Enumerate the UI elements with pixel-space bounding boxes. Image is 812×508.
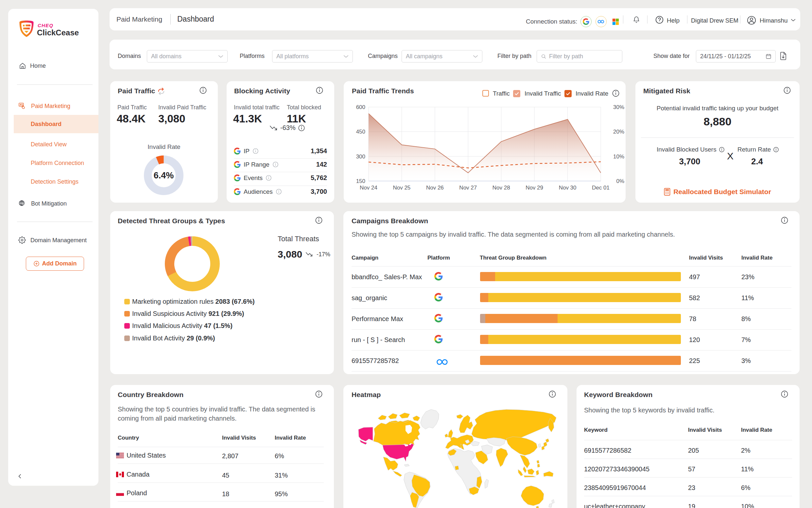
svg-text:Nov 29: Nov 29 [526,184,543,191]
svg-text:600: 600 [356,104,365,110]
svg-text:Nov 30: Nov 30 [559,184,577,191]
svg-text:Nov 28: Nov 28 [492,184,510,191]
svg-text:Dec 01: Dec 01 [592,184,610,191]
svg-text:20%: 20% [613,129,624,135]
svg-text:10%: 10% [613,154,624,160]
svg-text:0%: 0% [616,178,624,184]
svg-text:Nov 24: Nov 24 [360,184,377,191]
svg-text:6.4%: 6.4% [154,171,174,180]
svg-text:Nov 25: Nov 25 [393,184,411,191]
svg-text:150: 150 [356,178,365,184]
svg-text:Nov 27: Nov 27 [459,184,477,191]
svg-text:450: 450 [356,129,365,135]
svg-text:Nov 26: Nov 26 [426,184,444,191]
svg-text:300: 300 [356,154,365,160]
svg-text:30%: 30% [613,104,624,110]
